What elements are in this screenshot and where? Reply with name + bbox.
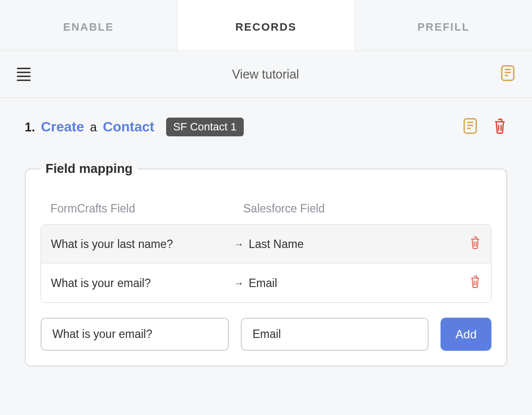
tab-prefill[interactable]: PREFILL xyxy=(355,0,532,50)
toolbar: View tutorial xyxy=(0,51,532,98)
tutorial-doc-icon[interactable] xyxy=(500,65,515,83)
toolbar-title[interactable]: View tutorial xyxy=(232,67,299,82)
mapping-target: Last Name xyxy=(249,238,451,251)
content: 1. Create a Contact SF Contact 1 xyxy=(0,98,532,367)
field-mapping-section: Field mapping FormCrafts Field Salesforc… xyxy=(25,161,507,367)
menu-icon[interactable] xyxy=(17,68,31,81)
arrow-icon: → xyxy=(234,239,249,250)
mapping-source: What is your last name? xyxy=(51,238,234,251)
tab-enable[interactable]: ENABLE xyxy=(0,0,177,50)
mapping-target: Email xyxy=(249,277,451,290)
record-connector: a xyxy=(90,120,97,134)
tab-records[interactable]: RECORDS xyxy=(177,0,355,50)
record-action-dropdown[interactable]: Create xyxy=(41,119,84,135)
mapping-row: What is your last name? → Last Name xyxy=(41,225,491,264)
mapping-row: What is your email? → Email xyxy=(41,264,491,302)
new-target-input[interactable] xyxy=(241,318,429,351)
mapping-source: What is your email? xyxy=(51,277,234,290)
field-mapping-legend: Field mapping xyxy=(41,161,137,176)
record-number: 1. xyxy=(25,120,35,134)
add-mapping-button[interactable]: Add xyxy=(441,318,491,351)
source-column-header: FormCrafts Field xyxy=(50,202,243,215)
delete-mapping-icon[interactable] xyxy=(469,236,481,252)
record-badge: SF Contact 1 xyxy=(166,118,243,136)
add-mapping-row: Add xyxy=(41,318,491,351)
mapping-headers: FormCrafts Field Salesforce Field xyxy=(41,193,491,224)
record-header: 1. Create a Contact SF Contact 1 xyxy=(25,118,507,136)
delete-mapping-icon[interactable] xyxy=(469,275,481,291)
new-source-input[interactable] xyxy=(41,318,229,351)
mapping-table: What is your last name? → Last Name xyxy=(41,224,491,303)
notes-icon[interactable] xyxy=(463,118,478,136)
delete-record-icon[interactable] xyxy=(492,118,507,136)
arrow-icon: → xyxy=(234,278,249,289)
tabs: ENABLE RECORDS PREFILL xyxy=(0,0,532,51)
target-column-header: Salesforce Field xyxy=(243,202,452,215)
record-object-dropdown[interactable]: Contact xyxy=(103,119,154,135)
